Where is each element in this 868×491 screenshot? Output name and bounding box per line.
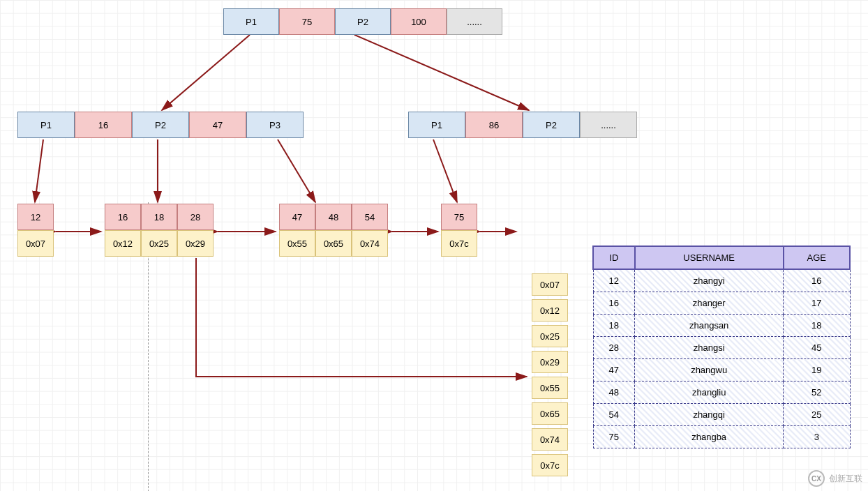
row-address-label: 0x29 [532,351,568,373]
table-row: 48zhangliu52 [593,382,850,404]
table-cell: 17 [784,292,850,315]
node-cell: 100 [391,8,447,35]
node-cell: P2 [523,112,580,138]
leaf-key: 12 [17,204,54,230]
node-cell: 47 [189,112,246,138]
table-cell: zhangliu [635,382,784,404]
leaf-addr: 0x25 [141,230,177,257]
table-cell: 18 [784,315,850,337]
table-cell: 54 [593,404,635,426]
leaf-addr: 0x07 [17,230,54,257]
table-cell: zhangba [635,426,784,448]
row-address-label: 0x74 [532,428,568,451]
table-header: AGE [784,246,850,269]
leaf-addr: 0x55 [279,230,315,257]
row-address-label: 0x55 [532,377,568,399]
leaf-key: 75 [441,204,477,230]
table-cell: 3 [784,426,850,448]
node-cell: P1 [223,8,279,35]
table-cell: 25 [784,404,850,426]
table-header: USERNAME [635,246,784,269]
node-cell: P2 [335,8,391,35]
row-address-label: 0x12 [532,299,568,322]
table-row: 16zhanger17 [593,292,850,315]
leaf-addr: 0x29 [177,230,214,257]
table-cell: 16 [784,269,850,292]
watermark: CX 创新互联 [808,470,862,487]
table-cell: 47 [593,359,635,382]
table-row: 12zhangyi16 [593,269,850,292]
table-cell: zhangsan [635,315,784,337]
table-cell: zhangsi [635,337,784,359]
leaf-key: 28 [177,204,214,230]
table-row: 54zhangqi25 [593,404,850,426]
table-cell: zhanger [635,292,784,315]
table-cell: zhangwu [635,359,784,382]
node-cell: ...... [580,112,637,138]
table-cell: 52 [784,382,850,404]
table-cell: 45 [784,337,850,359]
table-row: 28zhangsi45 [593,337,850,359]
leaf-addr: 0x74 [352,230,388,257]
leaf-addr: 0x65 [315,230,352,257]
node-cell: P1 [408,112,465,138]
table-row: 47zhangwu19 [593,359,850,382]
node-cell: P1 [17,112,75,138]
node-cell: P3 [246,112,304,138]
watermark-icon: CX [808,470,825,487]
table-header: ID [593,246,635,269]
leaf-key: 16 [105,204,141,230]
table-cell: 75 [593,426,635,448]
leaf-addr: 0x12 [105,230,141,257]
row-address-label: 0x7c [532,454,568,476]
node-cell: P2 [132,112,189,138]
table-cell: 16 [593,292,635,315]
row-address-label: 0x07 [532,273,568,296]
node-cell: 16 [75,112,132,138]
leaf-key: 54 [352,204,388,230]
table-cell: 28 [593,337,635,359]
row-address-label: 0x25 [532,325,568,347]
leaf-key: 48 [315,204,352,230]
leaf-addr: 0x7c [441,230,477,257]
leaf-key: 18 [141,204,177,230]
node-cell: 75 [279,8,335,35]
node-cell: 86 [465,112,523,138]
row-address-label: 0x65 [532,402,568,425]
table-cell: zhangqi [635,404,784,426]
table-cell: 19 [784,359,850,382]
table-cell: 12 [593,269,635,292]
table-cell: zhangyi [635,269,784,292]
data-table: IDUSERNAMEAGE 12zhangyi1616zhanger1718zh… [592,245,851,448]
table-cell: 48 [593,382,635,404]
table-row: 75zhangba3 [593,426,850,448]
table-row: 18zhangsan18 [593,315,850,337]
table-cell: 18 [593,315,635,337]
leaf-key: 47 [279,204,315,230]
node-cell: ...... [447,8,502,35]
